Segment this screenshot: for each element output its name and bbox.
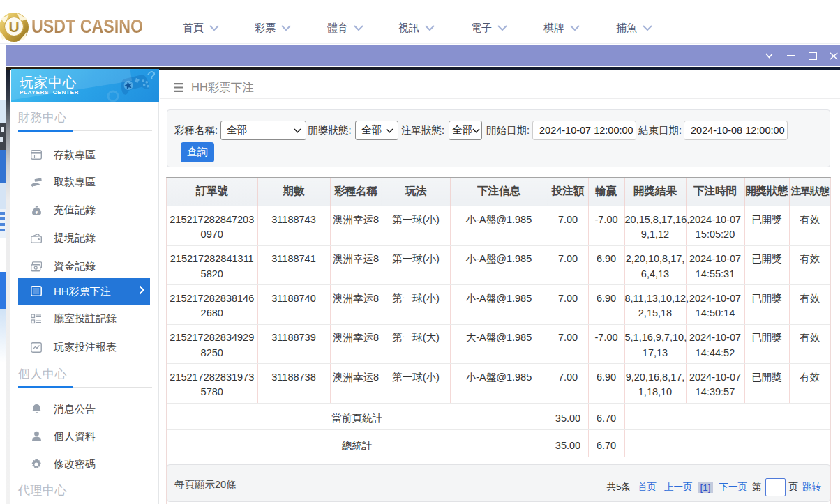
svg-text:¥: ¥ [35, 209, 38, 215]
svg-text:U: U [8, 19, 19, 35]
svg-text:Casino: Casino [8, 35, 21, 39]
